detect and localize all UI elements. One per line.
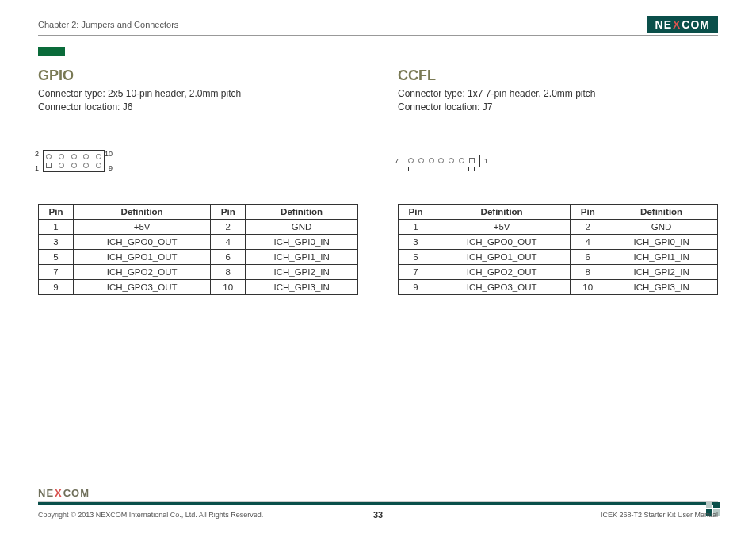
pin-cell: 8 [211,264,246,279]
table-row: 3ICH_GPO0_OUT4ICH_GPI0_IN [399,234,718,249]
gpio-title: GPIO [38,67,358,84]
gpio-pin-table: Pin Definition Pin Definition 1+5V2GND3I… [38,204,358,295]
pin-cell: 1 [39,219,74,234]
pin-label-9: 9 [109,164,113,172]
ccfl-tbody: 1+5V2GND3ICH_GPO0_OUT4ICH_GPI0_IN5ICH_GP… [399,219,718,294]
pin-cell: 6 [211,249,246,264]
pin-label-1: 1 [35,164,39,172]
def-cell: ICH_GPO3_OUT [74,279,211,294]
table-row: 7ICH_GPO2_OUT8ICH_GPI2_IN [39,264,358,279]
th-def: Definition [433,204,571,219]
th-def: Definition [74,204,211,219]
ccfl-conn-loc: Connector location: J7 [398,101,718,114]
def-cell: ICH_GPI3_IN [246,279,358,294]
pin-cell: 7 [39,264,74,279]
def-cell: ICH_GPO0_OUT [74,234,211,249]
def-cell: ICH_GPI3_IN [605,279,718,294]
table-row: 1+5V2GND [399,219,718,234]
table-row: 5ICH_GPO1_OUT6ICH_GPI1_IN [39,249,358,264]
pin-label-1: 1 [484,157,488,165]
def-cell: ICH_GPI1_IN [246,249,358,264]
def-cell: ICH_GPI2_IN [246,264,358,279]
ccfl-pin-table: Pin Definition Pin Definition 1+5V2GND3I… [398,204,718,295]
pin-label-10: 10 [105,150,113,158]
page-header: Chapter 2: Jumpers and Connectors NEXCOM [38,16,718,33]
table-row: 9ICH_GPO3_OUT10ICH_GPI3_IN [39,279,358,294]
ccfl-section: CCFL Connector type: 1x7 7-pin header, 2… [398,67,718,295]
page-footer: NEXCOM Copyright © 2013 NEXCOM Internati… [38,485,718,519]
def-cell: GND [246,219,358,234]
def-cell: ICH_GPO1_OUT [74,249,211,264]
pin-cell: 6 [571,249,605,264]
manual-title: ICEK 268-T2 Starter Kit User Manual [601,511,718,519]
def-cell: ICH_GPO2_OUT [74,264,211,279]
table-row: 1+5V2GND [39,219,358,234]
gpio-description: Connector type: 2x5 10-pin header, 2.0mm… [38,87,358,115]
table-row: 5ICH_GPO1_OUT6ICH_GPI1_IN [399,249,718,264]
def-cell: GND [605,219,718,234]
def-cell: ICH_GPO1_OUT [433,249,571,264]
header-rule [38,35,718,36]
pin-cell: 2 [211,219,246,234]
pin-cell: 10 [211,279,246,294]
table-row: 3ICH_GPO0_OUT4ICH_GPI0_IN [39,234,358,249]
def-cell: ICH_GPO2_OUT [433,264,571,279]
page-number: 33 [373,510,383,520]
th-pin: Pin [211,204,246,219]
def-cell: ICH_GPI0_IN [246,234,358,249]
def-cell: +5V [433,219,571,234]
gpio-diagram: 2 10 1 9 [43,150,122,172]
def-cell: +5V [74,219,211,234]
def-cell: ICH_GPO3_OUT [433,279,571,294]
ccfl-diagram: 7 1 [403,155,498,167]
pin-cell: 8 [571,264,605,279]
def-cell: ICH_GPI2_IN [605,264,718,279]
gpio-tbody: 1+5V2GND3ICH_GPO0_OUT4ICH_GPI0_IN5ICH_GP… [39,219,358,294]
pin-cell: 5 [39,249,74,264]
pin-label-2: 2 [35,150,39,158]
pin-cell: 3 [39,234,74,249]
table-row: 9ICH_GPO3_OUT10ICH_GPI3_IN [399,279,718,294]
pin-cell: 5 [399,249,433,264]
pin-cell: 3 [399,234,433,249]
ccfl-title: CCFL [398,67,718,84]
pin-cell: 7 [399,264,433,279]
footer-logo: NEXCOM [38,487,90,499]
ccfl-conn-type: Connector type: 1x7 7-pin header, 2.0mm … [398,87,718,101]
th-def: Definition [605,204,718,219]
ccfl-description: Connector type: 1x7 7-pin header, 2.0mm … [398,87,718,115]
table-row: 7ICH_GPO2_OUT8ICH_GPI2_IN [399,264,718,279]
chapter-label: Chapter 2: Jumpers and Connectors [38,20,178,29]
th-def: Definition [246,204,358,219]
th-pin: Pin [571,204,605,219]
brand-logo: NEXCOM [647,16,718,33]
copyright-text: Copyright © 2013 NEXCOM International Co… [38,511,263,519]
gpio-section: GPIO Connector type: 2x5 10-pin header, … [38,67,358,295]
gpio-conn-type: Connector type: 2x5 10-pin header, 2.0mm… [38,87,358,101]
def-cell: ICH_GPI1_IN [605,249,718,264]
pin-cell: 9 [39,279,74,294]
pin-cell: 4 [571,234,605,249]
def-cell: ICH_GPO0_OUT [433,234,571,249]
th-pin: Pin [399,204,433,219]
pin-cell: 10 [571,279,605,294]
th-pin: Pin [39,204,74,219]
def-cell: ICH_GPI0_IN [605,234,718,249]
gpio-conn-loc: Connector location: J6 [38,101,358,114]
pin-cell: 1 [399,219,433,234]
section-tab-icon [38,47,65,56]
pin-cell: 4 [211,234,246,249]
pin-cell: 9 [399,279,433,294]
pin-cell: 2 [571,219,605,234]
pin-label-7: 7 [395,157,399,165]
